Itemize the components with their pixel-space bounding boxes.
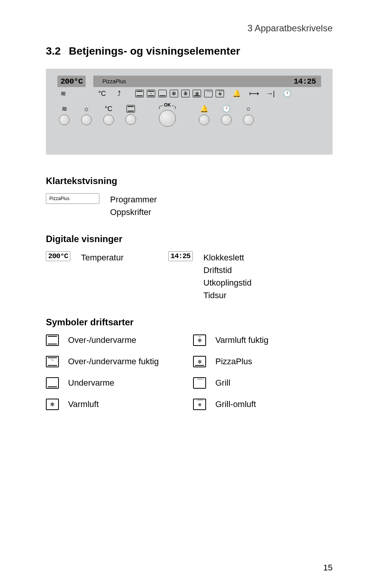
section-heading-text: Betjenings- og visningselementer <box>69 45 240 57</box>
mode-top-bottom-humid-icon <box>147 90 155 97</box>
knob-steam[interactable] <box>59 115 70 125</box>
digital-d4: Tidsur <box>203 289 252 302</box>
klartekst-lcd: PizzaPlus <box>46 193 99 204</box>
mode-fan-humid-icon <box>181 90 190 97</box>
clock-icon: 🕐 <box>283 89 291 98</box>
light-knob-icon: ☼ <box>82 105 91 113</box>
klartekst-desc-1: Programmer <box>110 193 157 206</box>
deg-c-indicator: °C <box>98 90 106 98</box>
digital-temp-label: Temperatur <box>81 251 158 264</box>
knob-power[interactable] <box>243 115 254 125</box>
clock-knob-icon: 🕐 <box>222 105 231 113</box>
sym-top-bottom-icon <box>46 334 59 346</box>
knob-temp[interactable] <box>103 115 114 125</box>
deg-c-knob-label: °C <box>104 105 113 113</box>
klartekst-desc-2: Oppskrifter <box>110 206 157 218</box>
text-display-brand: PizzaPlus <box>99 78 126 84</box>
knob-ok[interactable] <box>159 110 176 127</box>
sym-grill-fan-icon <box>193 399 206 410</box>
mode-knob-icon <box>127 105 135 113</box>
steam-knob-icon: ≋ <box>60 105 68 113</box>
mode-grill-fan-icon <box>216 90 224 97</box>
digital-d1: Klokkeslett <box>203 251 252 264</box>
bell-icon: 🔔 <box>232 89 241 98</box>
knob-clock[interactable] <box>221 115 232 125</box>
section-title: 3.2Betjenings- og visningselementer <box>46 45 333 57</box>
text-display: PizzaPlus 14:25 <box>93 76 321 87</box>
symbols-heading: Symboler driftsarter <box>46 317 333 328</box>
digital-d2: Driftstid <box>203 264 252 276</box>
mode-grill-icon <box>204 90 213 97</box>
indicator-row: ≋ °C ⤴ 🔔 ⟼ →| 🕐 <box>57 89 321 98</box>
temp-display: 200°C <box>57 76 86 87</box>
knob-row: ≋ ☼ °C OK 🔔 🕐 ○ <box>57 103 321 127</box>
control-panel: 200°C PizzaPlus 14:25 ≋ °C ⤴ 🔔 ⟼ <box>46 69 333 155</box>
knob-mode[interactable] <box>125 114 136 125</box>
duration-icon: ⟼ <box>249 89 258 98</box>
power-knob-icon: ○ <box>244 105 253 113</box>
knob-bell[interactable] <box>199 115 209 125</box>
bell-knob-icon: 🔔 <box>200 105 208 113</box>
sym-right-2: Grill <box>215 378 230 388</box>
digital-heading: Digitale visninger <box>46 234 333 244</box>
sym-left-3: Varmluft <box>68 399 99 409</box>
klartekst-heading: Klartekstvisning <box>46 176 333 186</box>
heatup-icon: ⤴ <box>115 90 123 98</box>
digital-temp-lcd: 200°C <box>46 251 70 261</box>
sym-left-1: Over-/undervarme fuktig <box>68 357 159 367</box>
mode-pizza-icon <box>193 90 201 97</box>
page-number: 15 <box>323 563 333 573</box>
chapter-header: 3 Apparatbeskrivelse <box>46 23 333 34</box>
mode-bottom-icon <box>158 90 167 97</box>
sym-left-0: Over-/undervarme <box>68 335 136 345</box>
sym-bottom-icon <box>46 377 59 389</box>
sym-right-3: Grill-omluft <box>215 399 256 409</box>
sym-right-1: PizzaPlus <box>215 357 252 367</box>
sym-fan-humid-icon <box>193 334 206 346</box>
ok-dial-label: OK <box>164 103 171 108</box>
mode-top-bottom-icon <box>135 90 144 97</box>
digital-d3: Utkoplingstid <box>203 276 252 289</box>
sym-pizza-icon <box>193 356 206 367</box>
end-time-icon: →| <box>266 90 274 98</box>
steam-icon: ≋ <box>59 89 67 98</box>
sym-grill-icon <box>193 377 206 389</box>
sym-fan-icon <box>46 399 59 410</box>
text-display-time: 14:25 <box>294 77 316 86</box>
digital-time-lcd: 14:25 <box>168 251 193 261</box>
section-number: 3.2 <box>46 45 69 57</box>
sym-top-bottom-humid-icon <box>46 356 59 367</box>
sym-left-2: Undervarme <box>68 378 114 388</box>
sym-right-0: Varmluft fuktig <box>215 335 268 345</box>
mode-fan-icon <box>170 90 178 97</box>
symbols-table: Over-/undervarme Over-/undervarme fuktig… <box>46 334 333 410</box>
knob-light[interactable] <box>81 115 92 125</box>
